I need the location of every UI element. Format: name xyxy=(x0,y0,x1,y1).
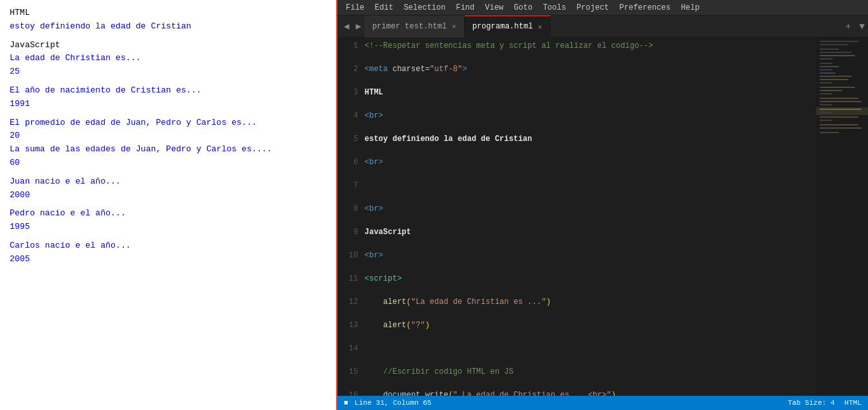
tab-label: programa.html xyxy=(472,22,533,31)
svg-rect-21 xyxy=(820,109,862,110)
tab-close-programa[interactable]: ✕ xyxy=(538,23,542,31)
svg-rect-22 xyxy=(820,112,832,113)
svg-rect-24 xyxy=(820,120,832,121)
svg-rect-10 xyxy=(820,72,836,74)
menu-project[interactable]: Project xyxy=(571,2,614,14)
svg-rect-23 xyxy=(820,116,858,118)
output-line: HTML xyxy=(10,6,326,20)
tab-primer-test[interactable]: primer test.html ✕ xyxy=(365,16,465,38)
svg-rect-19 xyxy=(820,104,832,105)
menu-preferences[interactable]: Preferences xyxy=(614,2,675,14)
code-editor-content[interactable]: 1<!--Respetar sentencias meta y script a… xyxy=(337,38,816,396)
svg-rect-17 xyxy=(820,98,858,99)
code-line: 7 xyxy=(345,180,816,191)
output-line: 2000 xyxy=(10,189,326,202)
code-line: 11<script> xyxy=(345,273,816,285)
output-line: Carlos nacio e el año... xyxy=(10,239,326,253)
tab-bar: ◀ ▶ primer test.html ✕ programa.html ✕ +… xyxy=(337,16,868,38)
tab-nav-prev[interactable]: ◀ xyxy=(341,16,352,38)
code-line: 1<!--Respetar sentencias meta y script a… xyxy=(345,40,816,52)
status-tab-size: Tab Size: 4 xyxy=(788,399,835,407)
code-line: 10<br> xyxy=(345,250,816,261)
status-bar: ■ Line 31, Column 65 Tab Size: 4 HTML xyxy=(337,396,868,410)
output-line: 1991 xyxy=(10,98,326,111)
svg-rect-2 xyxy=(820,44,849,45)
menu-goto[interactable]: Goto xyxy=(509,2,538,14)
code-line: 9JavaScript xyxy=(345,226,816,238)
menu-file[interactable]: File xyxy=(341,2,370,14)
code-area[interactable]: 1<!--Respetar sentencias meta y script a… xyxy=(337,38,868,396)
svg-rect-25 xyxy=(820,124,858,125)
code-line: 16 document.write(" La edad de Christian… xyxy=(345,389,816,396)
svg-rect-26 xyxy=(820,127,862,129)
code-line: 15 //Escribir codigo HTML en JS xyxy=(345,366,816,378)
tab-settings-button[interactable]: ▼ xyxy=(856,21,868,32)
output-line: El promedio de edad de Juan, Pedro y Car… xyxy=(10,116,326,130)
svg-rect-9 xyxy=(820,69,832,70)
output-line: 20 xyxy=(10,129,326,143)
svg-rect-5 xyxy=(820,55,855,56)
svg-rect-0 xyxy=(816,38,868,396)
menu-edit[interactable]: Edit xyxy=(370,2,399,14)
svg-rect-6 xyxy=(820,58,832,59)
status-position: Line 31, Column 65 xyxy=(355,399,432,407)
svg-rect-12 xyxy=(820,79,849,80)
status-language: HTML xyxy=(845,399,862,407)
minimap xyxy=(816,38,868,396)
code-line: 2<meta charset="utf-8"> xyxy=(345,63,816,75)
output-line: 60 xyxy=(10,156,326,170)
code-line: 3HTML xyxy=(345,87,816,98)
svg-rect-11 xyxy=(820,76,852,77)
output-line: 25 xyxy=(10,65,326,79)
svg-rect-18 xyxy=(820,101,862,102)
code-editor: File Edit Selection Find View Goto Tools… xyxy=(336,0,868,410)
tab-nav-next[interactable]: ▶ xyxy=(352,16,364,38)
code-line: 4<br> xyxy=(345,110,816,122)
output-line: estoy definiendo la edad de Cristian xyxy=(10,20,326,34)
svg-rect-20 xyxy=(816,107,868,115)
output-line: La suma de las edades de Juan, Pedro y C… xyxy=(10,143,326,156)
code-line: 5estoy definiendo la edad de Cristian xyxy=(345,133,816,145)
output-line: 1995 xyxy=(10,221,326,234)
code-line: 12 alert("La edad de Christian es ...") xyxy=(345,296,816,308)
svg-rect-13 xyxy=(820,82,832,83)
svg-rect-8 xyxy=(820,66,839,67)
svg-rect-7 xyxy=(820,63,832,64)
svg-rect-16 xyxy=(820,93,832,94)
status-icon: ■ xyxy=(344,399,348,407)
output-line: Pedro nacio e el año... xyxy=(10,207,326,221)
menu-selection[interactable]: Selection xyxy=(399,2,451,14)
menu-bar: File Edit Selection Find View Goto Tools… xyxy=(337,0,868,16)
menu-view[interactable]: View xyxy=(480,2,509,14)
output-line: La edad de Christian es... xyxy=(10,52,326,65)
output-line: Juan nacio e el año... xyxy=(10,175,326,189)
svg-rect-15 xyxy=(820,90,842,91)
svg-rect-27 xyxy=(820,132,839,133)
code-line: 6<br> xyxy=(345,156,816,168)
code-line: 14 xyxy=(345,343,816,354)
svg-rect-3 xyxy=(820,49,839,50)
tab-programa[interactable]: programa.html ✕ xyxy=(465,16,551,38)
svg-rect-14 xyxy=(820,87,855,88)
menu-help[interactable]: Help xyxy=(676,2,705,14)
code-line: 13 alert("?") xyxy=(345,319,816,331)
output-line: JavaScript xyxy=(10,39,326,52)
output-line: El año de nacimiento de Cristian es... xyxy=(10,84,326,98)
code-line: 8<br> xyxy=(345,203,816,215)
menu-find[interactable]: Find xyxy=(450,2,480,14)
tab-add-button[interactable]: + xyxy=(840,21,856,32)
tab-close-primer[interactable]: ✕ xyxy=(452,22,456,30)
svg-rect-1 xyxy=(820,41,858,42)
svg-rect-4 xyxy=(820,52,852,53)
menu-tools[interactable]: Tools xyxy=(538,2,571,14)
output-line: 2005 xyxy=(10,253,326,266)
tab-label: primer test.html xyxy=(372,22,447,31)
browser-output: HTML estoy definiendo la edad de Cristia… xyxy=(0,0,336,410)
